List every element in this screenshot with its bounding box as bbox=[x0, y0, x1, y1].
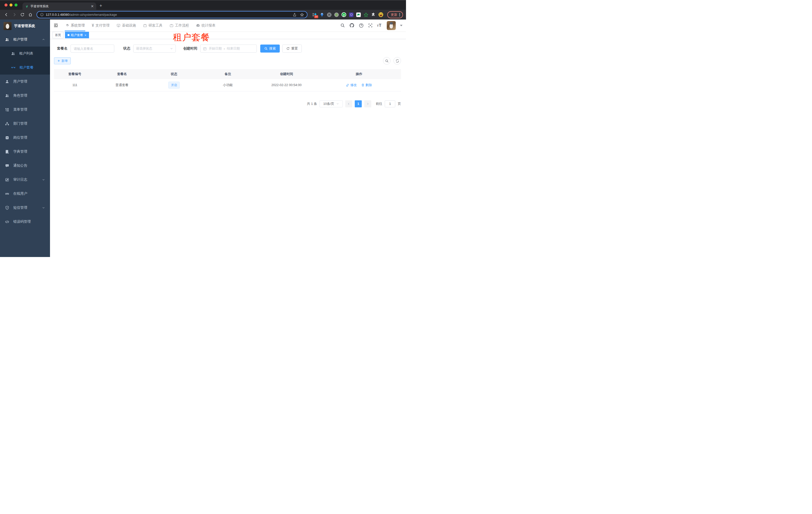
sidebar-item-tenant-package[interactable]: 租户套餐 bbox=[0, 60, 50, 75]
tab-close-icon[interactable]: ✕ bbox=[91, 4, 94, 8]
date-range-picker[interactable]: 开始日期 - 结束日期 bbox=[200, 45, 257, 53]
sidebar-fold-icon[interactable] bbox=[54, 23, 58, 28]
sidebar-item-label: 租户套餐 bbox=[20, 65, 33, 70]
delete-link[interactable]: 删除 bbox=[361, 83, 372, 87]
prev-page-button[interactable] bbox=[345, 100, 352, 107]
page-size-select[interactable]: 10条/页 bbox=[319, 100, 343, 107]
chevron-down-icon bbox=[42, 206, 45, 209]
sidebar-item-label: 租户管理 bbox=[13, 37, 27, 42]
fullscreen-icon[interactable] bbox=[368, 23, 373, 28]
minimize-window-button[interactable] bbox=[9, 3, 12, 6]
url-bar[interactable]: 127.0.0.1:48080/admin-ui/system/tenant/p… bbox=[36, 11, 308, 18]
tag-home[interactable]: 首页 bbox=[53, 32, 63, 38]
nav-item-workflow[interactable]: 工作流程 bbox=[166, 20, 193, 31]
chevron-down-icon bbox=[170, 47, 173, 50]
tab-title: 芋道管理系统 bbox=[30, 4, 89, 8]
dashboard-icon bbox=[196, 24, 200, 28]
tag-close-icon[interactable]: × bbox=[85, 33, 87, 37]
extension-gem-icon[interactable] bbox=[319, 12, 324, 17]
trash-icon bbox=[361, 83, 365, 87]
sidebar-item-dept-management[interactable]: 部门管理 bbox=[0, 117, 50, 131]
sidebar-item-menu-management[interactable]: 菜单管理 bbox=[0, 103, 50, 117]
nav-item-system[interactable]: 系统管理 bbox=[62, 20, 88, 31]
bookmark-star-icon[interactable] bbox=[300, 13, 304, 17]
user-avatar[interactable] bbox=[387, 21, 396, 30]
edit-link[interactable]: 修改 bbox=[346, 83, 357, 87]
sidebar-item-tenant-management[interactable]: 租户管理 bbox=[0, 32, 50, 47]
chevron-down-icon bbox=[336, 102, 339, 105]
cell-created: 2022-02-22 00:54:00 bbox=[256, 79, 317, 91]
nav-item-label: 支付管理 bbox=[95, 23, 110, 28]
cell-remark: 小功能 bbox=[200, 79, 256, 91]
nav-item-label: 统计报表 bbox=[202, 23, 215, 28]
cell-package-name: 普通套餐 bbox=[96, 79, 148, 91]
search-button[interactable]: 搜索 bbox=[260, 45, 280, 53]
table-header-row: 套餐编号 套餐名 状态 备注 创建时间 操作 bbox=[54, 69, 401, 79]
extension-command-icon[interactable]: ⌘ bbox=[327, 12, 331, 17]
extension-gray-circle-icon[interactable] bbox=[334, 12, 339, 17]
extension-star-icon[interactable] bbox=[364, 12, 368, 17]
package-table: 套餐编号 套餐名 状态 备注 创建时间 操作 111 普通套餐 开启 bbox=[54, 69, 401, 91]
page-number-active[interactable]: 1 bbox=[355, 100, 362, 107]
people-icon bbox=[11, 52, 15, 56]
url-text[interactable]: 127.0.0.1:48080/admin-ui/system/tenant/p… bbox=[46, 13, 117, 17]
tag-tenant-package[interactable]: 租户套餐 × bbox=[65, 32, 89, 38]
sidebar-item-user-management[interactable]: 用户管理 bbox=[0, 75, 50, 88]
close-window-button[interactable] bbox=[4, 3, 7, 6]
sidebar-item-sms-management[interactable]: 短信管理 bbox=[0, 201, 50, 215]
nav-item-infra[interactable]: 基础设施 bbox=[113, 20, 140, 31]
extension-shield-icon[interactable] bbox=[349, 12, 353, 17]
extension-tampermonkey-icon[interactable]: 10 bbox=[312, 12, 317, 17]
font-size-icon[interactable]: TT bbox=[377, 23, 382, 28]
share-icon[interactable] bbox=[293, 13, 296, 17]
new-tab-button[interactable]: + bbox=[99, 3, 102, 8]
extension-chat-icon[interactable] bbox=[356, 12, 361, 17]
col-header-remark: 备注 bbox=[200, 69, 256, 79]
back-button[interactable] bbox=[3, 11, 9, 18]
sidebar-item-errorcode-management[interactable]: 错误码管理 bbox=[0, 215, 50, 229]
reset-button[interactable]: 重置 bbox=[282, 45, 302, 53]
sidebar-item-role-management[interactable]: 角色管理 bbox=[0, 88, 50, 103]
nav-item-pay[interactable]: ¥ 支付管理 bbox=[88, 20, 113, 31]
nav-item-report[interactable]: 统计报表 bbox=[193, 20, 219, 31]
next-page-button[interactable] bbox=[364, 100, 371, 107]
sidebar-item-tenant-list[interactable]: 租户列表 bbox=[0, 47, 50, 60]
sidebar-item-notice[interactable]: 通知公告 bbox=[0, 159, 50, 173]
yen-icon: ¥ bbox=[92, 23, 94, 28]
cell-actions: 修改 删除 bbox=[317, 79, 401, 91]
browser-tab[interactable]: 芋道管理系统 ✕ bbox=[23, 2, 96, 10]
sidebar-item-post-management[interactable]: 岗位管理 bbox=[0, 131, 50, 145]
maximize-window-button[interactable] bbox=[14, 3, 18, 6]
col-header-package-name: 套餐名 bbox=[96, 69, 148, 79]
forward-button[interactable] bbox=[11, 11, 18, 18]
extension-y-icon[interactable]: y bbox=[342, 12, 346, 17]
code-icon bbox=[5, 220, 9, 224]
reload-button[interactable] bbox=[19, 11, 26, 18]
sidebar-logo-row[interactable]: 芋道管理系统 bbox=[0, 20, 50, 32]
window-controls[interactable] bbox=[4, 3, 18, 6]
home-button[interactable] bbox=[27, 11, 33, 18]
extension-emoji-icon[interactable] bbox=[378, 12, 383, 17]
search-icon[interactable] bbox=[340, 23, 345, 28]
status-select[interactable]: 请选择状态 bbox=[133, 45, 176, 53]
add-button[interactable]: 新增 bbox=[54, 57, 71, 64]
sidebar-item-audit-log[interactable]: 审计日志 bbox=[0, 173, 50, 187]
site-info-icon[interactable] bbox=[40, 13, 44, 17]
browser-menu-icon[interactable] bbox=[399, 13, 400, 16]
table-toolbar: 新增 bbox=[54, 57, 401, 64]
broadcast-user-icon bbox=[5, 192, 9, 196]
sidebar-item-dict-management[interactable]: 字典管理 bbox=[0, 145, 50, 159]
extensions-puzzle-icon[interactable] bbox=[371, 12, 376, 17]
browser-update-button[interactable]: 更新 bbox=[387, 11, 403, 18]
goto-page-input[interactable] bbox=[385, 100, 395, 107]
nav-item-devtools[interactable]: 研发工具 bbox=[140, 20, 166, 31]
user-menu-caret-icon[interactable] bbox=[400, 25, 403, 26]
refresh-table-button[interactable] bbox=[394, 57, 401, 64]
col-header-actions: 操作 bbox=[317, 69, 401, 79]
help-icon[interactable] bbox=[359, 23, 364, 28]
sidebar-item-online-users[interactable]: 在线用户 bbox=[0, 187, 50, 201]
package-name-input[interactable] bbox=[70, 45, 114, 53]
toggle-search-button[interactable] bbox=[383, 57, 390, 64]
github-icon[interactable] bbox=[349, 23, 354, 28]
chevron-up-icon bbox=[42, 38, 45, 41]
